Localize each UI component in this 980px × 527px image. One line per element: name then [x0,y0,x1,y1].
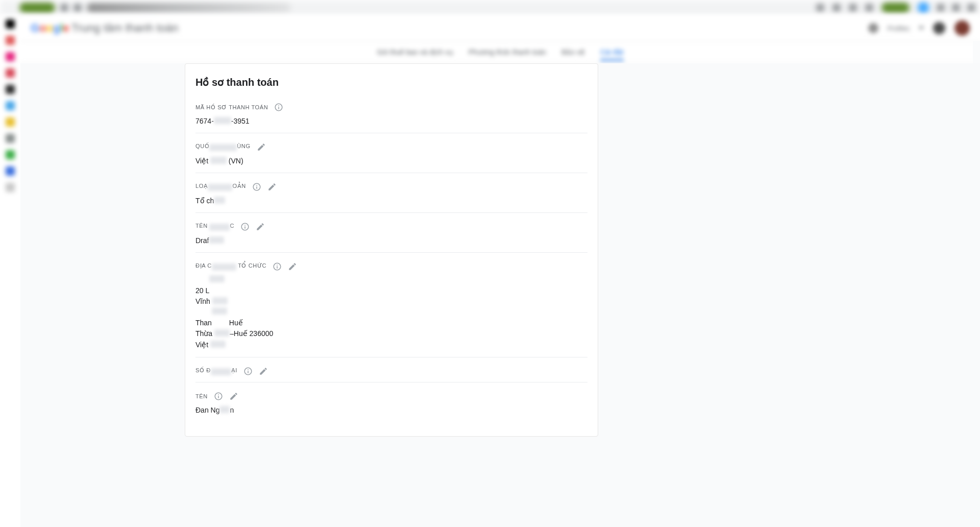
main-area: Hồ sơ thanh toán MÃ HỒ SƠ THANH TOÁN 767… [20,63,980,527]
label-country: QUỐC GIA/VÙNG [195,143,251,151]
nav-back-icon [60,4,68,12]
field-phone: SỐ ĐIỆN THẠI [185,357,598,382]
browser-tab [19,3,55,13]
app-icon [6,134,15,143]
value-org-address: 20 Lê Lợi Vĩnh Ninh Thanh phố Huế Thừa T… [195,275,587,351]
app-title: Trung tâm thanh toán [71,21,179,35]
ext-icon [849,4,857,12]
info-icon[interactable] [243,367,253,376]
window-max-icon [952,4,960,11]
edit-icon[interactable] [257,142,266,152]
ext-icon [832,4,841,12]
field-profile-id: MÃ HỒ SƠ THANH TOÁN 7674-xxxx-3951 [185,93,598,133]
chevron-down-icon [919,27,924,30]
account-selector-label: Profiles [888,25,910,32]
apps-icon [933,22,945,34]
app-header: Google Trung tâm thanh toán Profiles [20,15,980,41]
field-org-address: ĐỊA CHỈ CỦA TỔ CHỨC 20 Lê Lợi Vĩnh Ninh … [185,253,598,357]
card-title: Hồ sơ thanh toán [185,76,598,93]
label-org-address: ĐỊA CHỈ CỦA TỔ CHỨC [195,262,266,271]
notification-icon [868,23,878,33]
nav-reload-icon [74,4,82,12]
tabs-row: Gói thuê bao và dịch vụ Phương thức than… [20,41,980,63]
app-icon [6,150,15,159]
app-icon [6,101,15,110]
field-name: TÊN Đan Nguyên [185,382,598,422]
window-close-icon [968,4,975,11]
info-icon[interactable] [214,392,223,401]
info-icon[interactable] [252,182,261,191]
ext-icon [865,4,873,12]
field-account-type: LOẠI TÀI KHOẢN Tổ chức [185,173,598,212]
app-icon [6,36,15,45]
app-icon [6,52,15,61]
tab-protect: Bảo vệ [561,48,585,56]
label-profile-id: MÃ HỒ SƠ THANH TOÁN [195,104,268,111]
app-icon [6,68,15,78]
add-app-icon [6,183,15,192]
value-country: Việt Nam (VN) [195,156,587,166]
ext-button [881,3,910,13]
edit-icon[interactable] [259,367,268,376]
field-country: QUỐC GIA/VÙNG Việt Nam (VN) [185,133,598,173]
value-account-type: Tổ chức [195,196,587,206]
info-icon[interactable] [240,222,250,231]
field-org-name: TÊN TỔ CHC Drafxxx [185,213,598,252]
info-icon[interactable] [273,262,282,271]
app-icon [6,19,15,29]
edit-icon[interactable] [229,392,238,401]
tab-subscriptions: Gói thuê bao và dịch vụ [377,48,453,56]
tab-payment-methods: Phương thức thanh toán [469,48,546,56]
edit-icon[interactable] [288,262,297,271]
payment-profile-card: Hồ sơ thanh toán MÃ HỒ SƠ THANH TOÁN 767… [185,63,598,437]
label-org-name: TÊN TỔ CHC [195,223,234,231]
window-min-icon [937,4,944,11]
value-name: Đan Nguyên [195,405,587,416]
edit-icon[interactable] [256,222,265,231]
value-profile-id: 7674-xxxx-3951 [195,116,587,127]
google-logo: Google [31,21,69,35]
app-icon [6,85,15,94]
left-app-strip [0,15,20,526]
app-icon [6,117,15,127]
avatar [954,20,970,36]
app-icon [6,166,15,176]
browser-chrome [0,0,980,15]
label-account-type: LOẠI TÀI KHOẢN [195,183,246,191]
tab-settings: Cài đặt [600,48,624,61]
info-icon[interactable] [274,103,283,112]
edit-icon[interactable] [267,182,277,191]
address-bar [87,3,291,12]
label-name: TÊN [195,393,208,399]
browser-profile-avatar [918,2,929,13]
label-phone: SỐ ĐIỆN THẠI [195,367,237,375]
value-org-name: Drafxxx [195,235,587,246]
ext-icon [816,4,824,12]
